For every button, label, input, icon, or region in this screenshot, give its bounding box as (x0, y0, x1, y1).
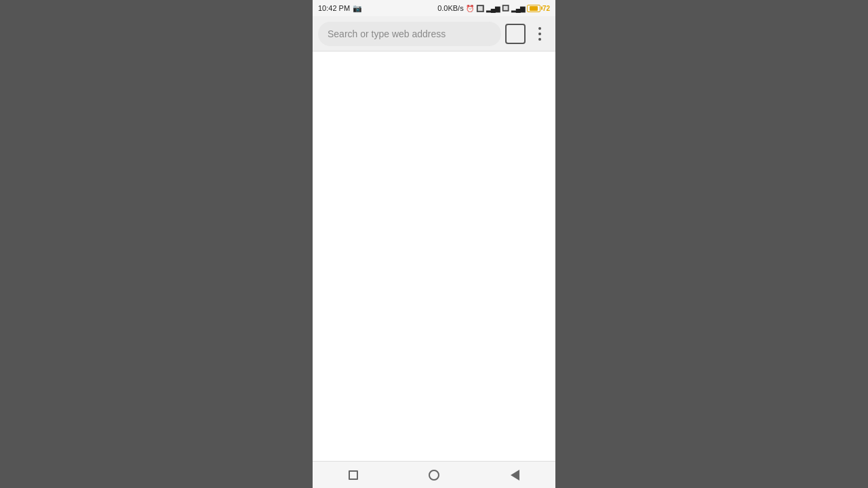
nav-bar (313, 461, 555, 488)
battery-fill (530, 6, 538, 11)
address-placeholder: Search or type web address (328, 28, 446, 39)
battery-percent: 72 (542, 5, 550, 12)
home-icon (429, 470, 439, 481)
home-button[interactable] (420, 462, 448, 489)
network-type-icon: 🔲 (502, 5, 509, 12)
phone-frame: 10:42 PM 📷 0.0KB/s ⏰ 🔲 ▂▄▆ 🔲 ▂▄▆ 72 Sear… (313, 0, 555, 488)
alarm-icon: ⏰ (466, 5, 474, 12)
status-left: 10:42 PM 📷 (318, 4, 362, 13)
browser-content (313, 52, 555, 461)
signal-icon: ▂▄▆ (486, 5, 500, 12)
recent-apps-button[interactable] (340, 462, 367, 489)
back-icon (511, 470, 519, 481)
address-bar[interactable]: Search or type web address (318, 22, 501, 46)
back-button[interactable] (501, 462, 528, 489)
signal-strength-icon: ▂▄▆ (511, 5, 525, 12)
recent-apps-icon (349, 470, 358, 480)
menu-dot-3 (538, 38, 541, 41)
menu-dot-1 (538, 27, 541, 30)
battery-icon (527, 5, 540, 12)
network-speed: 0.0KB/s (437, 4, 464, 12)
browser-toolbar: Search or type web address (313, 16, 555, 52)
camera-icon: 📷 (353, 4, 362, 13)
status-right: 0.0KB/s ⏰ 🔲 ▂▄▆ 🔲 ▂▄▆ 72 (437, 4, 550, 12)
menu-dot-2 (538, 33, 541, 35)
tab-switcher-button[interactable] (505, 24, 526, 44)
time: 10:42 PM (318, 4, 350, 12)
status-bar: 10:42 PM 📷 0.0KB/s ⏰ 🔲 ▂▄▆ 🔲 ▂▄▆ 72 (313, 0, 555, 16)
menu-button[interactable] (530, 24, 550, 44)
sim-icon: 🔲 (476, 5, 484, 12)
